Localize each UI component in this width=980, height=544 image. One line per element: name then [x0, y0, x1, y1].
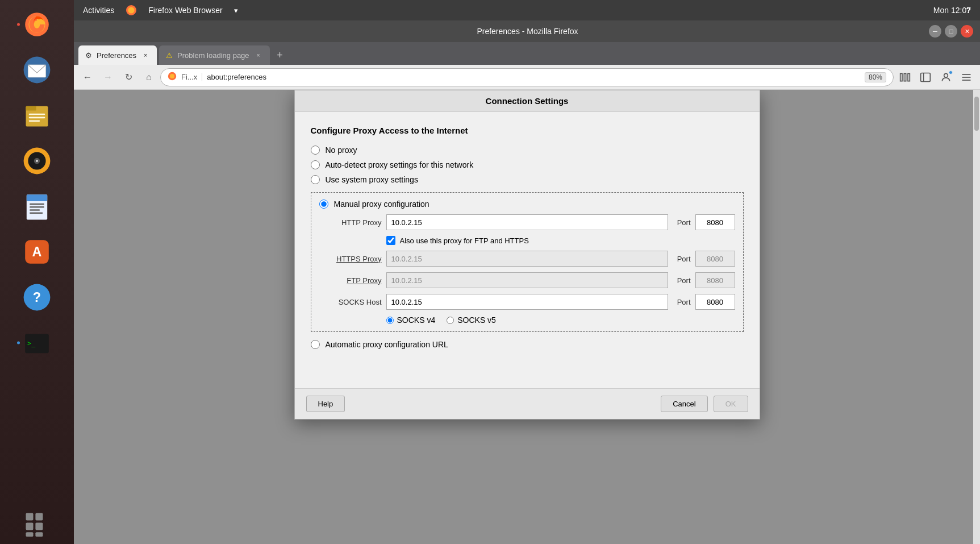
firefox-window: Preferences - Mozilla Firefox ─ □ ✕ ⚙ Pr…: [74, 20, 980, 544]
sidebar-button[interactable]: [916, 68, 935, 86]
dialog-body: Configure Proxy Access to the Internet N…: [295, 112, 760, 388]
taskbar-appstore[interactable]: A: [17, 232, 57, 272]
dropdown-arrow[interactable]: ▾: [234, 6, 238, 15]
svg-rect-17: [30, 209, 40, 211]
ftp-proxy-input[interactable]: [386, 272, 668, 288]
tab-preferences-icon: ⚙: [85, 51, 92, 60]
svg-rect-6: [29, 114, 45, 115]
no-proxy-option[interactable]: No proxy: [311, 146, 744, 155]
auto-proxy-url-option[interactable]: Automatic proxy configuration URL: [311, 340, 744, 349]
socks4-radio[interactable]: [386, 317, 394, 324]
http-proxy-label: HTTP Proxy: [319, 218, 382, 227]
connection-settings-dialog: Connection Settings Configure Proxy Acce…: [294, 90, 760, 420]
system-proxy-radio[interactable]: [311, 175, 320, 184]
account-badge: [949, 70, 953, 74]
socks5-option[interactable]: SOCKS v5: [447, 315, 496, 325]
https-port-input[interactable]: [695, 251, 735, 267]
ftp-proxy-row: FTP Proxy Port: [319, 272, 735, 288]
manual-proxy-radio[interactable]: [319, 200, 328, 209]
auto-proxy-url-radio[interactable]: [311, 340, 320, 349]
nav-right-icons: [896, 68, 975, 86]
reload-button[interactable]: ↻: [119, 68, 137, 86]
https-proxy-row: HTTPS Proxy Port: [319, 251, 735, 267]
dialog-footer: Help Cancel OK: [295, 388, 760, 419]
svg-rect-15: [30, 204, 44, 205]
dialog-scrollbar[interactable]: [973, 90, 980, 544]
dialog-title: Connection Settings: [295, 90, 760, 112]
help-button[interactable]: Help: [306, 396, 345, 412]
socks-port-label: Port: [677, 298, 691, 306]
window-title: Preferences - Mozilla Firefox: [126, 27, 929, 36]
taskbar-email[interactable]: [17, 50, 57, 90]
tab-problem[interactable]: ⚠ Problem loading page ×: [159, 45, 269, 65]
system-time: Mon 12:07: [933, 6, 971, 15]
taskbar-music[interactable]: [17, 141, 57, 181]
minimize-button[interactable]: ─: [929, 25, 941, 38]
https-port-label: Port: [677, 255, 691, 263]
http-port-input[interactable]: [695, 214, 735, 230]
tab-preferences-close[interactable]: ×: [141, 51, 150, 60]
svg-rect-16: [30, 206, 44, 208]
maximize-button[interactable]: □: [945, 25, 957, 38]
also-use-checkbox[interactable]: [386, 236, 395, 245]
zoom-level[interactable]: 80%: [865, 72, 886, 82]
socks5-radio[interactable]: [447, 317, 454, 324]
tab-problem-close[interactable]: ×: [254, 51, 263, 60]
back-button[interactable]: ←: [78, 68, 97, 86]
activities-label[interactable]: Activities: [83, 6, 114, 15]
section-title: Configure Proxy Access to the Internet: [311, 126, 744, 135]
system-help-icon[interactable]: ?: [966, 6, 971, 15]
svg-point-12: [36, 160, 38, 162]
address-url[interactable]: about:preferences: [207, 73, 860, 81]
no-proxy-radio[interactable]: [311, 146, 320, 155]
svg-rect-36: [921, 73, 931, 81]
socks-port-input[interactable]: [695, 294, 735, 310]
http-port-label: Port: [677, 218, 691, 227]
close-button[interactable]: ✕: [961, 25, 973, 38]
tab-preferences[interactable]: ⚙ Preferences ×: [78, 45, 157, 65]
svg-point-33: [128, 7, 135, 13]
home-button[interactable]: ⌂: [140, 68, 158, 86]
ftp-port-input[interactable]: [695, 272, 735, 288]
system-bar: Activities Firefox Web Browser ▾ Mon 12:…: [74, 0, 980, 20]
ftp-proxy-label: FTP Proxy: [319, 276, 382, 285]
auto-detect-radio[interactable]: [311, 160, 320, 169]
taskbar-help[interactable]: ?: [17, 277, 57, 317]
firefox-taskbar-icon: [126, 5, 137, 16]
taskbar-apps-grid[interactable]: [17, 504, 57, 544]
taskbar: A ? >_: [0, 0, 74, 544]
app-name-label[interactable]: Firefox Web Browser: [148, 6, 222, 15]
library-button[interactable]: [896, 68, 914, 86]
forward-button[interactable]: →: [99, 68, 117, 86]
svg-point-35: [170, 74, 174, 78]
address-bar[interactable]: Fi...x about:preferences 80%: [160, 68, 894, 86]
window-controls: ─ □ ✕: [929, 25, 973, 38]
system-proxy-label: Use system proxy settings: [326, 175, 418, 184]
menu-button[interactable]: [957, 68, 975, 86]
taskbar-terminal[interactable]: >_: [17, 323, 57, 363]
ok-button[interactable]: OK: [714, 396, 748, 412]
tab-problem-icon: ⚠: [166, 51, 173, 60]
account-button[interactable]: [937, 68, 955, 86]
socks-host-input[interactable]: [386, 294, 668, 310]
svg-rect-28: [26, 522, 34, 530]
https-proxy-input[interactable]: [386, 251, 668, 267]
system-proxy-option[interactable]: Use system proxy settings: [311, 175, 744, 184]
socks-host-label: SOCKS Host: [319, 298, 382, 306]
cancel-button[interactable]: Cancel: [661, 396, 707, 412]
svg-rect-26: [35, 513, 43, 521]
taskbar-files[interactable]: [17, 95, 57, 135]
manual-proxy-option[interactable]: Manual proxy configuration: [319, 200, 735, 209]
taskbar-firefox[interactable]: [17, 5, 57, 44]
manual-proxy-section: Manual proxy configuration HTTP Proxy Po…: [311, 192, 744, 332]
http-proxy-input[interactable]: [386, 214, 668, 230]
auto-detect-option[interactable]: Auto-detect proxy settings for this netw…: [311, 160, 744, 169]
terminal-indicator: [17, 342, 20, 344]
svg-point-37: [944, 73, 948, 77]
scrollbar-thumb[interactable]: [974, 97, 979, 131]
svg-rect-31: [35, 532, 43, 537]
active-indicator: [17, 23, 20, 26]
new-tab-button[interactable]: +: [272, 47, 288, 63]
taskbar-writer[interactable]: [17, 186, 57, 226]
socks4-option[interactable]: SOCKS v4: [386, 315, 436, 325]
